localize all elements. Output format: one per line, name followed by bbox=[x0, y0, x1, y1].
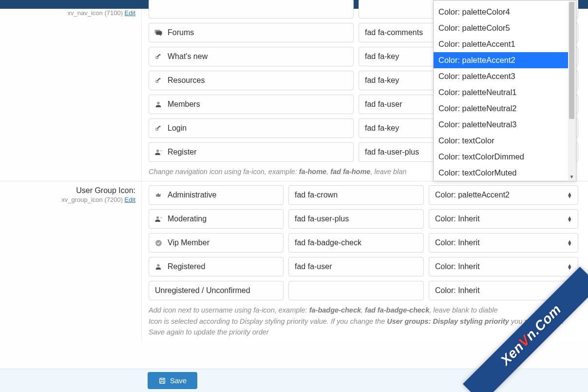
nav-value-text: fad fa-key bbox=[365, 76, 399, 85]
group-color-text: Color: paletteAccent2 bbox=[435, 191, 510, 199]
group-icon-id: xv_group_icon (7200) bbox=[61, 196, 123, 203]
save-button[interactable]: Save bbox=[148, 372, 197, 389]
nav-label: Forums bbox=[168, 28, 194, 37]
dropdown-option[interactable]: Color: paletteColor5 bbox=[434, 20, 568, 36]
dropdown-option[interactable]: Color: paletteAccent3 bbox=[434, 68, 568, 84]
save-label: Save bbox=[170, 376, 187, 385]
group-edit-link[interactable]: Edit bbox=[125, 196, 135, 203]
group-value-text: fad fa-user bbox=[295, 262, 332, 271]
group-color-moderating[interactable]: Color: Inherit ▴▾ bbox=[429, 209, 578, 229]
nav-value-text: fad fa-user-plus bbox=[365, 148, 419, 157]
select-arrows-icon: ▴▾ bbox=[567, 264, 572, 270]
nav-label: Members bbox=[168, 100, 200, 109]
scrollbar-thumb[interactable] bbox=[569, 2, 574, 119]
user-icon bbox=[154, 262, 163, 271]
group-value-unregistered[interactable] bbox=[288, 281, 424, 300]
svg-point-5 bbox=[156, 81, 158, 82]
svg-rect-17 bbox=[160, 378, 165, 383]
group-color-text: Color: Inherit bbox=[435, 238, 480, 247]
nav-row-login[interactable]: Login bbox=[149, 118, 354, 138]
group-icon-meta: xv_group_icon (7200) Edit bbox=[0, 196, 135, 203]
nav-icon-id: xv_nav_icon (7100) bbox=[68, 9, 123, 17]
group-value-admin[interactable]: fad fa-crown bbox=[288, 185, 424, 205]
svg-point-8 bbox=[157, 102, 159, 104]
group-color-registered[interactable]: Color: Inherit ▴▾ bbox=[429, 257, 578, 276]
svg-point-15 bbox=[155, 240, 162, 246]
key-icon bbox=[154, 124, 163, 133]
group-label: Administrative bbox=[168, 191, 216, 199]
nav-value-text: fad fa-key bbox=[365, 124, 399, 133]
nav-row-forums[interactable]: Forums bbox=[149, 23, 354, 42]
select-arrows-icon: ▴▾ bbox=[567, 288, 572, 294]
svg-point-14 bbox=[156, 216, 159, 219]
nav-value-text: fad fa-key bbox=[365, 52, 399, 61]
group-row-registered[interactable]: Registered bbox=[149, 257, 284, 276]
dropdown-option[interactable]: Color: paletteAccent2 bbox=[434, 52, 568, 68]
section-user-group-icon: User Group Icon: xv_group_icon (7200) Ed… bbox=[0, 181, 588, 341]
group-label: Registered bbox=[168, 262, 205, 271]
user-plus-icon bbox=[154, 148, 163, 157]
dropdown-option[interactable]: Color: textColorMuted bbox=[434, 165, 568, 181]
group-label: Vip Member bbox=[168, 238, 209, 247]
group-value-text: fad fa-user-plus bbox=[295, 215, 349, 223]
select-arrows-icon: ▴▾ bbox=[567, 192, 572, 198]
svg-point-13 bbox=[156, 150, 159, 152]
group-color-vip[interactable]: Color: Inherit ▴▾ bbox=[429, 233, 578, 253]
nav-label: Register bbox=[168, 148, 197, 157]
nav-label: Resources bbox=[168, 76, 205, 85]
nav-value-text: fad fa-comments bbox=[365, 28, 423, 37]
dropdown-option[interactable]: Color: paletteNeutral1 bbox=[434, 84, 568, 100]
group-row-moderating[interactable]: Moderating bbox=[149, 209, 284, 229]
group-row-vip[interactable]: Vip Member bbox=[149, 233, 284, 253]
color-dropdown[interactable]: Color: paletteColor4Color: paletteColor5… bbox=[433, 0, 576, 181]
dropdown-option[interactable]: Color: paletteNeutral3 bbox=[434, 117, 568, 133]
dropdown-option[interactable]: Color: paletteAccent1 bbox=[434, 36, 568, 52]
svg-point-1 bbox=[156, 57, 158, 59]
group-color-admin[interactable]: Color: paletteAccent2 ▴▾ bbox=[429, 185, 578, 205]
group-row-admin[interactable]: Administrative bbox=[149, 185, 284, 205]
nav-edit-link[interactable]: Edit bbox=[125, 9, 135, 17]
dropdown-option[interactable]: Color: textColorDimmed bbox=[434, 149, 568, 165]
group-color-text: Color: Inherit bbox=[435, 215, 480, 223]
key-icon bbox=[154, 52, 163, 61]
group-color-unregistered[interactable]: Color: Inherit ▴▾ bbox=[429, 281, 578, 300]
group-icon-title: User Group Icon: bbox=[0, 186, 135, 195]
nav-row-input[interactable] bbox=[149, 0, 354, 19]
group-help-text: Add icon next to username using fa-icon,… bbox=[149, 305, 578, 337]
nav-label: Login bbox=[168, 124, 187, 133]
nav-row-register[interactable]: Register bbox=[149, 142, 354, 162]
nav-value-text: fad fa-user bbox=[365, 100, 402, 109]
group-value-registered[interactable]: fad fa-user bbox=[288, 257, 424, 276]
group-value-text: fad fa-crown bbox=[295, 191, 338, 199]
group-label: Moderating bbox=[168, 215, 207, 223]
nav-icon-meta: xv_nav_icon (7100) Edit bbox=[0, 9, 135, 17]
badge-check-icon bbox=[154, 238, 163, 247]
key-icon bbox=[154, 76, 163, 85]
chevron-down-icon[interactable]: ▼ bbox=[568, 174, 575, 179]
svg-point-10 bbox=[156, 129, 158, 130]
nav-row-whatsnew[interactable]: What's new bbox=[149, 47, 354, 66]
select-arrows-icon: ▴▾ bbox=[567, 240, 572, 246]
dropdown-option[interactable] bbox=[434, 0, 568, 4]
dropdown-option[interactable]: Color: paletteNeutral2 bbox=[434, 100, 568, 117]
user-icon bbox=[154, 100, 163, 109]
svg-point-16 bbox=[157, 264, 159, 267]
nav-row-resources[interactable]: Resources bbox=[149, 71, 354, 90]
nav-row-members[interactable]: Members bbox=[149, 95, 354, 114]
group-label: Unregistered / Unconfirmed bbox=[155, 286, 250, 295]
user-plus-icon bbox=[154, 215, 163, 223]
select-arrows-icon: ▴▾ bbox=[567, 216, 572, 222]
group-row-unregistered[interactable]: Unregistered / Unconfirmed bbox=[149, 281, 284, 300]
group-value-vip[interactable]: fad fa-badge-check bbox=[288, 233, 424, 253]
dropdown-option[interactable]: Color: textColor bbox=[434, 133, 568, 149]
nav-label: What's new bbox=[168, 52, 208, 61]
dropdown-option[interactable]: Color: paletteColor4 bbox=[434, 4, 568, 20]
group-color-text: Color: Inherit bbox=[435, 286, 480, 295]
group-color-text: Color: Inherit bbox=[435, 262, 480, 271]
comments-icon bbox=[154, 28, 163, 37]
save-icon bbox=[158, 377, 166, 385]
dropdown-scrollbar[interactable]: ▼ bbox=[568, 1, 575, 180]
crown-icon bbox=[154, 191, 163, 199]
group-value-moderating[interactable]: fad fa-user-plus bbox=[288, 209, 424, 229]
footer-bar: Save bbox=[0, 369, 588, 392]
